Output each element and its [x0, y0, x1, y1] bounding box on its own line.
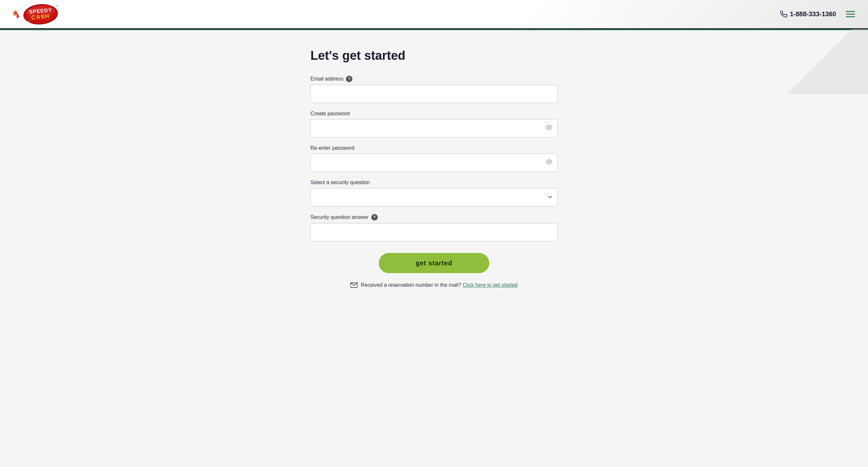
email-help-icon[interactable]: ?	[346, 76, 352, 82]
security-question-group: Select a security question What was the …	[310, 179, 558, 206]
reenter-password-input[interactable]	[310, 154, 558, 172]
email-input[interactable]	[310, 85, 558, 103]
logo-svg: SPEEDY CA$H SC ®	[13, 2, 59, 26]
create-password-wrapper	[310, 119, 558, 137]
phone-icon	[780, 11, 787, 18]
hamburger-line-3	[846, 16, 855, 17]
phone-number: 1-888-333-1360	[790, 10, 836, 18]
hamburger-line-1	[846, 11, 855, 12]
svg-point-7	[549, 161, 550, 163]
form-container: Let's get started Email address ? Create…	[310, 49, 558, 288]
create-password-input[interactable]	[310, 119, 558, 137]
security-answer-group: Security question answer ?	[310, 214, 558, 241]
reenter-password-wrapper	[310, 154, 558, 172]
security-answer-label: Security question answer ?	[310, 214, 558, 221]
svg-text:®: ®	[56, 5, 58, 8]
security-question-label: Select a security question	[310, 179, 558, 186]
reservation-text: Received a reservation number in the mai…	[361, 282, 518, 288]
reservation-container: Received a reservation number in the mai…	[310, 282, 558, 288]
show-password-icon[interactable]	[546, 124, 552, 133]
hamburger-menu[interactable]	[846, 11, 855, 17]
email-label: Email address ?	[310, 76, 558, 82]
header-right: 1-888-333-1360	[780, 10, 855, 18]
get-started-button[interactable]: get started	[379, 253, 489, 273]
security-answer-input[interactable]	[310, 223, 558, 241]
logo[interactable]: SPEEDY CA$H SC ®	[13, 2, 59, 26]
reservation-link[interactable]: Click here to get started	[463, 282, 518, 288]
reenter-password-label: Re-enter password	[310, 145, 558, 151]
create-password-label: Create password	[310, 111, 558, 116]
hamburger-line-2	[846, 14, 855, 14]
phone-container[interactable]: 1-888-333-1360	[780, 10, 836, 18]
security-answer-help-icon[interactable]: ?	[371, 214, 378, 221]
site-header: SPEEDY CA$H SC ® 1-888-333-1360	[0, 0, 868, 29]
svg-point-6	[549, 127, 550, 128]
main-content: Let's get started Email address ? Create…	[0, 29, 868, 467]
form-title: Let's get started	[310, 49, 558, 63]
mail-icon	[350, 282, 358, 288]
reenter-password-group: Re-enter password	[310, 145, 558, 172]
create-password-group: Create password	[310, 111, 558, 137]
svg-text:SC: SC	[26, 20, 30, 23]
email-group: Email address ?	[310, 76, 558, 103]
show-reenter-password-icon[interactable]	[546, 159, 552, 167]
security-question-select[interactable]: What was the name of your first pet? Wha…	[310, 188, 558, 206]
